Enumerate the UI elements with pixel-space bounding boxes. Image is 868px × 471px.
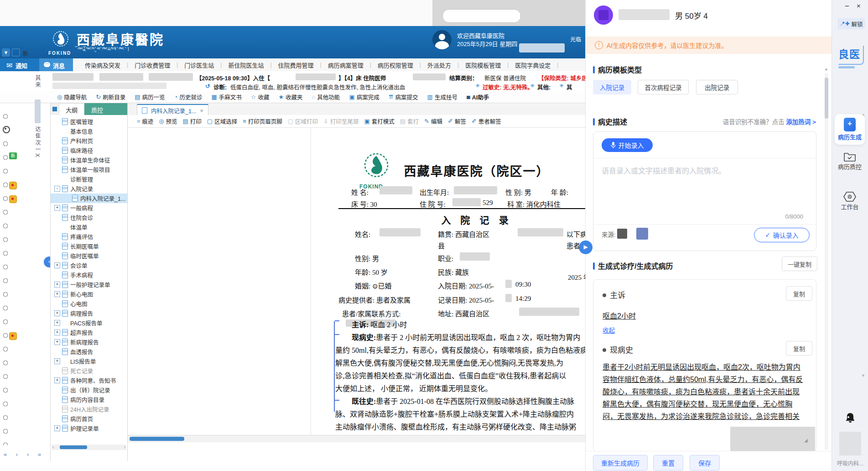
- tree-item[interactable]: + PACS报告单: [51, 318, 127, 328]
- doc-toolbar-button[interactable]: ◎ 预览: [159, 117, 177, 126]
- tree-expander-icon[interactable]: +: [54, 377, 60, 383]
- scrollbar-thumb[interactable]: [130, 437, 184, 441]
- reset-button[interactable]: 重置: [653, 455, 683, 471]
- minimize-icon[interactable]: −: [845, 2, 849, 11]
- tree-expander-icon[interactable]: +: [54, 262, 60, 268]
- rail-item-workbench[interactable]: 工作台: [835, 192, 865, 211]
- nav-tab[interactable]: 医院模板管理: [459, 61, 507, 69]
- doc-toolbar-button[interactable]: ▤ 套打: [400, 117, 419, 126]
- layers-icon[interactable]: [12, 48, 20, 57]
- tree-expander-icon[interactable]: +: [54, 425, 60, 431]
- tree-item[interactable]: 体温单一般项目: [51, 165, 127, 174]
- toolbar-button[interactable]: ↻ 刷新目录: [96, 93, 125, 101]
- nav-tab[interactable]: 门诊收费管理: [128, 61, 177, 69]
- close-tab-icon[interactable]: ×: [200, 107, 203, 114]
- doc-toolbar-button[interactable]: ⇓ 打印至尾部: [323, 117, 359, 126]
- tree-item[interactable]: + 护理记录单: [51, 424, 127, 433]
- template-discharge-button[interactable]: 出院记录: [696, 80, 738, 94]
- copy-chief-button[interactable]: 复制: [786, 286, 812, 301]
- record-pager[interactable]: « ‹ › »: [4, 451, 45, 458]
- tab-outline[interactable]: 大纲: [59, 103, 84, 115]
- tree-horizontal-scrollbar[interactable]: ‹ ›: [52, 445, 126, 450]
- tree-item[interactable]: + 一般病程: [51, 203, 127, 213]
- tree-item[interactable]: 内科入院记录_1...: [51, 194, 127, 203]
- add-hotword-link[interactable]: 添加热词 >: [786, 119, 816, 126]
- document-horizontal-scrollbar[interactable]: [128, 435, 585, 442]
- scroll-up-icon[interactable]: ▲: [824, 67, 828, 71]
- tree-item[interactable]: + 会诊单: [51, 261, 127, 270]
- resize-handle-icon[interactable]: ◢: [804, 438, 808, 443]
- tree-expander-icon[interactable]: +: [54, 320, 60, 326]
- nav-tab[interactable]: 病历权限管理: [371, 61, 420, 69]
- tree-item[interactable]: + 新病理报告: [51, 337, 127, 347]
- tree-item[interactable]: 诊断管理: [51, 174, 127, 184]
- regenerate-button[interactable]: 重新生成病历: [593, 455, 648, 471]
- tree-item[interactable]: 病历内容目录: [51, 395, 127, 404]
- nav-tab[interactable]: 住院费用管理: [272, 61, 320, 69]
- tree-item[interactable]: 病历首页: [51, 414, 127, 424]
- toolbar-button[interactable]: ⇈ 病案提交: [389, 93, 418, 101]
- rail-item-record-generate[interactable]: 病历生成: [835, 114, 865, 145]
- nav-tab[interactable]: 医院字典设定: [509, 61, 557, 69]
- nav-tab[interactable]: 新住院医生站: [222, 61, 270, 69]
- tree-item[interactable]: + 各种同意、告知书: [51, 376, 127, 385]
- tree-item[interactable]: 基本信息: [51, 126, 127, 136]
- scroll-left-icon[interactable]: ‹: [52, 445, 54, 450]
- doc-toolbar-button[interactable]: ▢ 区域选择: [207, 117, 237, 126]
- nav-tab[interactable]: 外派处方: [421, 61, 457, 69]
- tree-item[interactable]: - 入院记录: [51, 184, 127, 194]
- toolbar-button[interactable]: ◎ 隐藏导航: [57, 93, 87, 101]
- collapse-link[interactable]: 收起: [603, 325, 615, 335]
- history-input[interactable]: 语音录入或文字描述患者的入院情况。: [602, 165, 726, 176]
- nav-tab[interactable]: 病历病案管理: [322, 61, 370, 69]
- doc-toolbar-button[interactable]: ▣ 套打模式: [364, 117, 394, 126]
- close-icon[interactable]: ×: [857, 2, 861, 10]
- unlock-button[interactable]: 📍︎✚ 解锁: [837, 18, 865, 29]
- user-avatar[interactable]: [432, 30, 452, 49]
- vertical-tab-1[interactable]: 其来: [34, 75, 42, 89]
- save-button[interactable]: 保存: [690, 455, 720, 471]
- tree-item[interactable]: 临床路径: [51, 146, 127, 155]
- scrollbar-thumb[interactable]: [825, 78, 828, 119]
- filter-icon[interactable]: ▼: [2, 48, 10, 57]
- tree-expander-icon[interactable]: +: [54, 291, 60, 297]
- doc-toolbar-button[interactable]: ≈ 痕迹: [137, 117, 153, 126]
- tree-expander-icon[interactable]: +: [54, 205, 60, 211]
- start-record-button[interactable]: 开始录入: [602, 138, 653, 152]
- toolbar-button[interactable]: ◙ AI助手: [467, 93, 489, 101]
- tree-expander-icon[interactable]: +: [54, 330, 60, 335]
- toolbar-button[interactable]: ☆ 收藏: [251, 93, 270, 101]
- doc-toolbar-button[interactable]: ✐ 患者解签: [472, 117, 501, 126]
- panel-collapse-handle[interactable]: ▶: [579, 241, 593, 254]
- rail-scroll-down-icon[interactable]: ▼: [861, 373, 865, 378]
- tree-item[interactable]: + 超声报告: [51, 328, 127, 337]
- document-tab[interactable]: 内科入院记录_1... ×: [137, 104, 208, 116]
- tree-item[interactable]: 体温单生命体征: [51, 155, 127, 165]
- nav-notice[interactable]: 通知: [16, 61, 27, 70]
- tree-item[interactable]: 死亡记录: [51, 366, 127, 376]
- scrollbar-thumb[interactable]: [60, 445, 87, 449]
- tree-item[interactable]: 长期医嘱单: [51, 241, 127, 251]
- template-admission-button[interactable]: 入院记录: [593, 80, 631, 94]
- doc-toolbar-button[interactable]: ≡ 打印页眉页脚: [243, 117, 282, 126]
- tree-item[interactable]: 手术病程: [51, 270, 127, 280]
- tree-item[interactable]: 体温单: [51, 222, 127, 232]
- tree-item[interactable]: + 新心电图: [51, 289, 127, 299]
- copy-all-button[interactable]: 一键复制: [782, 256, 817, 271]
- confirm-entry-button[interactable]: ✓确认录入: [754, 228, 810, 242]
- nav-tab[interactable]: 门诊医生站: [178, 61, 220, 69]
- doc-toolbar-button[interactable]: ✎ 编辑: [424, 117, 442, 126]
- document-page[interactable]: FOKIND 西藏阜康医院（院区一） 姓 名: 出生年月: 性 别: 男 年 龄…: [128, 128, 585, 435]
- tree-item[interactable]: 出（转）院记录: [51, 385, 127, 395]
- tree-item[interactable]: + 一般护理记录单: [51, 280, 127, 289]
- rail-item-record-qc[interactable]: 病历质控: [835, 152, 865, 171]
- record-radio-column[interactable]: [2, 112, 9, 445]
- scroll-right-icon[interactable]: ›: [124, 445, 125, 450]
- tree-expander-icon[interactable]: +: [54, 358, 60, 364]
- selected-radio[interactable]: [3, 126, 10, 133]
- copy-hpi-button[interactable]: 复制: [786, 341, 812, 356]
- diagnosis-refresh-icon[interactable]: ↺: [205, 83, 210, 89]
- template-first-course-button[interactable]: 首次病程记录: [638, 80, 689, 94]
- doc-toolbar-button[interactable]: ✐ 解签: [448, 117, 466, 126]
- tree-expander-icon[interactable]: -: [54, 186, 60, 192]
